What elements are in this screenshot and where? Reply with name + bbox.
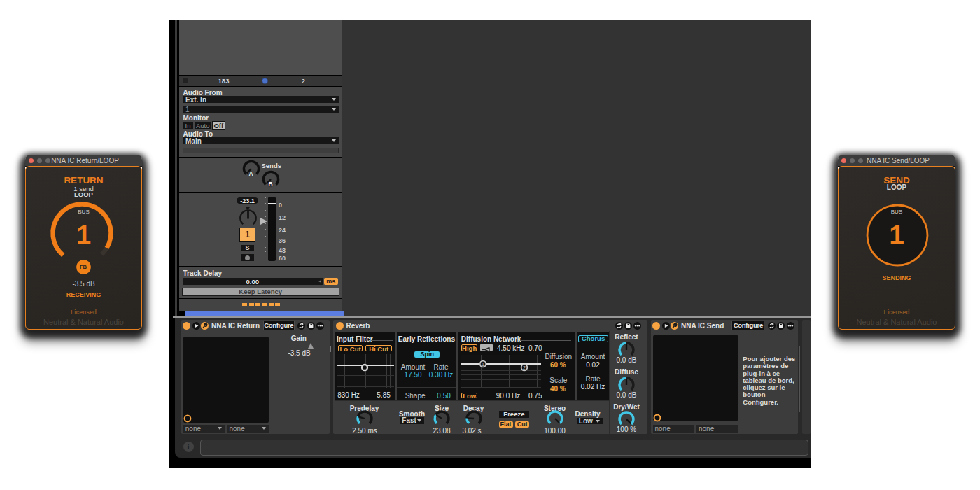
svg-text:1: 1 (482, 362, 484, 367)
svg-text:2: 2 (523, 365, 526, 370)
